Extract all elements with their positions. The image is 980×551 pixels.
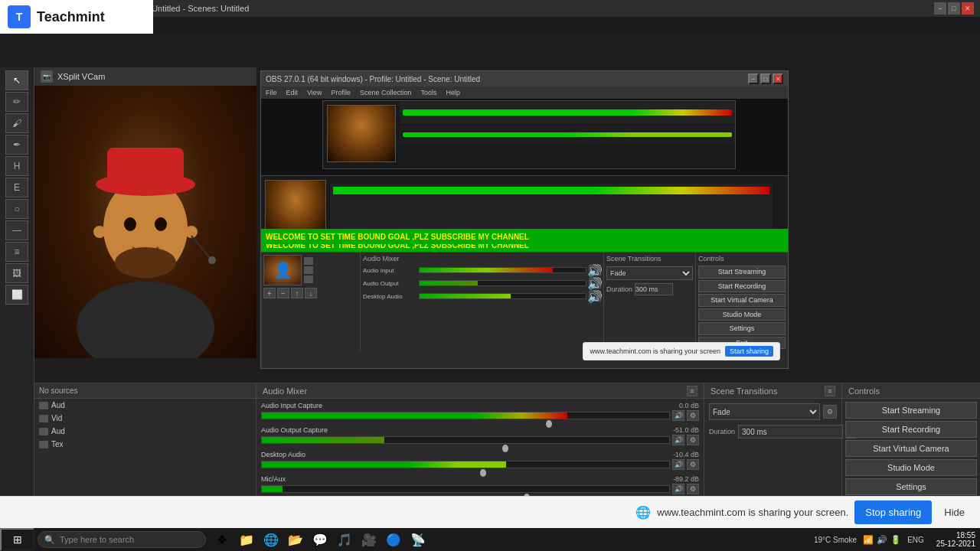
transitions-menu-btn[interactable]: ≡ — [825, 386, 835, 396]
taskbar-folder[interactable]: 📂 — [284, 528, 307, 551]
inner-up-btn[interactable]: ↑ — [291, 288, 303, 298]
track-input-header: Audio Input Capture 0.0 dB — [261, 402, 699, 409]
taskbar-media[interactable]: 🎵 — [333, 528, 356, 551]
inner-mute-3[interactable]: 🔊 — [589, 291, 601, 302]
floating-menu-tools[interactable]: Tools — [420, 89, 436, 96]
tool-pen[interactable]: ✒ — [5, 135, 28, 155]
floating-minimize[interactable]: − — [748, 73, 759, 84]
tool-erase[interactable]: E — [5, 178, 28, 197]
floating-menu-view[interactable]: View — [307, 89, 322, 96]
taskbar-search-box[interactable]: 🔍 Type here to search — [38, 531, 206, 548]
start-vcam-btn[interactable]: Start Virtual Camera — [845, 440, 977, 457]
track-input-mute-btn[interactable]: 🔊 — [672, 410, 684, 421]
floating-close[interactable]: ✕ — [773, 73, 783, 84]
tool-image[interactable]: 🖼 — [5, 263, 28, 283]
stop-sharing-button[interactable]: Stop sharing — [854, 500, 932, 524]
track-output-settings-btn[interactable]: ⚙ — [687, 435, 699, 445]
audio-mixer-title: Audio Mixer — [263, 386, 307, 396]
floating-menu-profile[interactable]: Profile — [331, 89, 351, 96]
source-eye-4[interactable] — [39, 441, 48, 448]
tool-circle[interactable]: ○ — [5, 199, 28, 219]
fade-selector-row: Fade ⚙ — [709, 403, 837, 420]
teachmint-brand-name: Teachmint — [37, 9, 105, 25]
tool-line[interactable]: — — [5, 220, 28, 240]
inner-stream-btn[interactable]: Start Streaming — [698, 266, 786, 279]
minimize-button[interactable]: − — [934, 2, 946, 15]
start-recording-btn[interactable]: Start Recording — [845, 421, 977, 438]
close-button[interactable]: ✕ — [962, 2, 974, 15]
inner-remove-btn[interactable]: − — [277, 288, 289, 298]
taskbar-teams[interactable]: 💬 — [309, 528, 332, 551]
floating-maximize[interactable]: □ — [760, 73, 771, 84]
track-desktop-mute-btn[interactable]: 🔊 — [672, 459, 684, 470]
inner-controls: Controls Start Streaming Start Recording… — [696, 253, 788, 351]
inner-add-btn[interactable]: + — [263, 288, 276, 298]
tool-cursor[interactable]: ↖ — [5, 70, 28, 90]
inner-duration-input[interactable] — [635, 283, 673, 295]
tool-pencil[interactable]: ✏ — [5, 92, 28, 112]
track-input-meter — [261, 412, 670, 419]
taskbar-edge[interactable]: 🌐 — [260, 528, 283, 551]
source-item-aud: Aud — [34, 399, 256, 412]
hide-button[interactable]: Hide — [938, 504, 971, 521]
studio-mode-btn[interactable]: Studio Mode — [845, 459, 977, 476]
inner-mute-1[interactable]: 🔊 — [589, 265, 601, 276]
inner-down-btn[interactable]: ↓ — [305, 288, 317, 298]
source-eye-1[interactable] — [39, 402, 48, 409]
settings-btn[interactable]: Settings — [845, 478, 977, 495]
floating-titlebar: OBS 27.0.1 (64 bit windows) - Profile: U… — [261, 71, 788, 86]
track-desktop-db: -10.4 dB — [673, 451, 699, 458]
audio-mixer-menu-btn[interactable]: ≡ — [687, 386, 697, 396]
taskbar-search-icon: 🔍 — [44, 535, 55, 545]
maximize-button[interactable]: □ — [948, 2, 960, 15]
track-mic-mute-btn[interactable]: 🔊 — [672, 484, 684, 494]
svg-rect-3 — [107, 148, 184, 190]
taskbar-obs[interactable]: 🎥 — [358, 528, 381, 551]
floating-obs-window: OBS 27.0.1 (64 bit windows) - Profile: U… — [260, 70, 789, 369]
source-eye-3[interactable] — [39, 428, 48, 435]
transitions-header: Scene Transitions ≡ — [704, 383, 841, 399]
taskbar-cortana[interactable]: ❖ — [211, 528, 234, 551]
track-desktop-settings-btn[interactable]: ⚙ — [687, 459, 699, 470]
floating-menu-edit[interactable]: Edit — [286, 89, 299, 96]
inner-audio-tracks: Audio Input 🔊 Audio Output 🔊 — [363, 265, 601, 302]
tool-screen[interactable]: ⬜ — [5, 285, 28, 305]
inner-settings-btn[interactable]: Settings — [698, 322, 786, 335]
floating-menu-scenes[interactable]: Scene Collection — [360, 89, 412, 96]
floating-menu-file[interactable]: File — [266, 89, 277, 96]
svg-point-4 — [124, 217, 136, 231]
taskbar-explorer[interactable]: 📁 — [235, 528, 258, 551]
start-button[interactable]: ⊞ — [0, 528, 34, 551]
window-controls: − □ ✕ — [934, 2, 974, 15]
audio-mixer-header: Audio Mixer ≡ — [256, 383, 704, 399]
taskbar-chrome[interactable]: 🔵 — [382, 528, 405, 551]
track-mic-settings-btn[interactable]: ⚙ — [687, 484, 699, 494]
tool-brush[interactable]: 🖌 — [5, 113, 28, 133]
track-output-mute-btn[interactable]: 🔊 — [672, 435, 684, 445]
inner-transition-title: Scene Transitions — [606, 255, 693, 262]
inner-studio-btn[interactable]: Studio Mode — [698, 308, 786, 321]
taskbar-battery-icon[interactable]: 🔋 — [890, 535, 901, 545]
fade-type-select[interactable]: Fade — [709, 403, 820, 420]
tool-lines[interactable]: ≡ — [5, 242, 28, 262]
notification-bar: 🌐 www.teachmint.com is sharing your scre… — [0, 496, 980, 528]
inner-record-btn[interactable]: Start Recording — [698, 280, 786, 293]
start-streaming-btn[interactable]: Start Streaming — [845, 402, 977, 419]
track-input-settings-btn[interactable]: ⚙ — [687, 410, 699, 421]
inner-transition-select[interactable]: Fade — [606, 266, 693, 280]
inner-stop-btn[interactable]: Start sharing — [725, 346, 773, 357]
audio-track-desktop: Desktop Audio -10.4 dB 🔊 ⚙ — [261, 451, 699, 472]
taskbar-volume-icon[interactable]: 🔊 — [877, 535, 887, 545]
taskbar-clock[interactable]: 18:55 25-12-2021 — [936, 531, 975, 548]
taskbar-network-icon[interactable]: 📶 — [863, 535, 874, 545]
source-item-aud2: Aud — [34, 425, 256, 438]
track-output-controls: 🔊 ⚙ — [261, 435, 699, 445]
inner-vcam-btn[interactable]: Start Virtual Camera — [698, 294, 786, 307]
floating-menu-help[interactable]: Help — [446, 89, 460, 96]
transitions-settings-btn[interactable]: ⚙ — [823, 405, 837, 419]
tool-highlight[interactable]: H — [5, 156, 28, 176]
inner-mute-2[interactable]: 🔊 — [589, 278, 601, 289]
taskbar-stream[interactable]: 📡 — [407, 528, 430, 551]
source-eye-2[interactable] — [39, 415, 48, 422]
duration-input[interactable] — [738, 425, 843, 439]
